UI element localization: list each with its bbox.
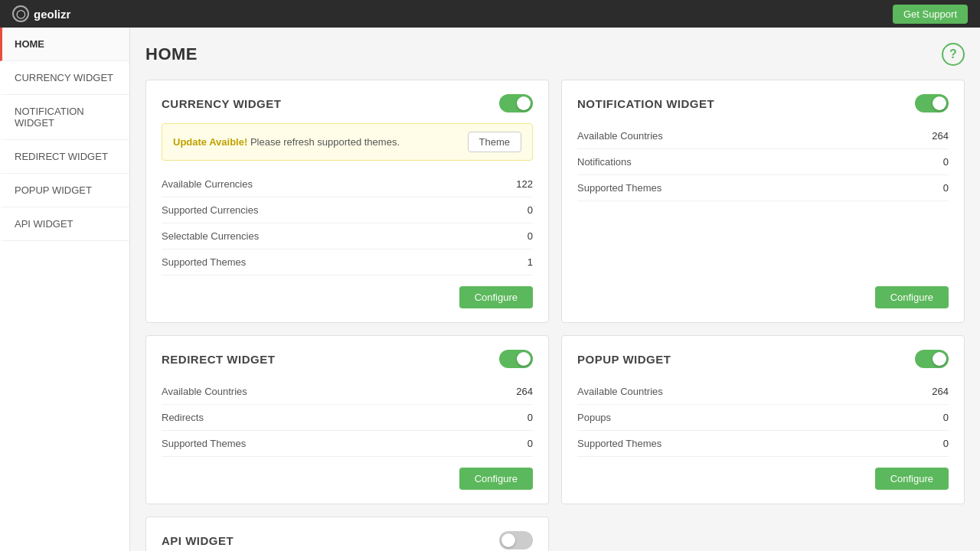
sidebar-item-redirect-widget[interactable]: REDIRECT WIDGET: [0, 140, 129, 174]
sidebar-item-popup-widget[interactable]: POPUP WIDGET: [0, 174, 129, 207]
stat-value: 0: [943, 438, 949, 449]
stat-value: 0: [943, 182, 949, 194]
stat-label: Available Countries: [162, 386, 247, 397]
page-title-row: HOME ?: [145, 43, 965, 66]
currency-widget-card: CURRENCY WIDGET Update Avaible! Please r…: [145, 80, 549, 323]
stat-value: 0: [528, 204, 533, 216]
redirect-widget-toggle[interactable]: [499, 350, 533, 368]
stat-value: 122: [516, 178, 533, 190]
stat-supported-themes-redirect: Supported Themes 0: [162, 431, 533, 457]
stat-value: 264: [516, 386, 533, 397]
stat-value: 0: [943, 156, 949, 168]
notification-widget-card: NOTIFICATION WIDGET Available Countries …: [561, 80, 965, 323]
popup-configure-button[interactable]: Configure: [875, 468, 949, 490]
notification-widget-header: NOTIFICATION WIDGET: [577, 94, 949, 112]
api-toggle-knob: [501, 533, 515, 547]
api-widget-toggle[interactable]: [499, 531, 533, 549]
stat-value: 1: [528, 256, 533, 268]
main-layout: HOME CURRENCY WIDGET NOTIFICATION WIDGET…: [0, 28, 980, 551]
logo-text: geolizr: [34, 8, 70, 21]
sidebar-item-api-widget[interactable]: API WIDGET: [0, 207, 129, 241]
currency-alert-bold: Update Avaible!: [173, 136, 247, 148]
sidebar-item-notification-widget[interactable]: NOTIFICATION WIDGET: [0, 95, 129, 140]
stat-label: Selectable Currencies: [162, 230, 259, 242]
redirect-card-footer: Configure: [162, 457, 533, 490]
stat-popups: Popups 0: [577, 405, 949, 431]
api-widget-header: API WIDGET: [162, 531, 533, 549]
popup-widget-toggle[interactable]: [915, 350, 949, 368]
notification-toggle-knob: [933, 96, 946, 110]
stat-supported-currencies: Supported Currencies 0: [162, 197, 533, 223]
stat-label: Supported Themes: [577, 438, 662, 449]
stat-label: Popups: [577, 412, 611, 423]
sidebar-item-currency-widget[interactable]: CURRENCY WIDGET: [0, 61, 129, 95]
redirect-toggle-knob: [517, 352, 531, 366]
stat-label: Available Countries: [577, 130, 663, 142]
notification-card-footer: Configure: [577, 276, 949, 308]
stat-value: 264: [932, 130, 949, 142]
currency-widget-title: CURRENCY WIDGET: [162, 97, 281, 110]
stat-value: 0: [528, 412, 533, 423]
logo-icon: ◯: [12, 5, 29, 22]
notification-widget-toggle[interactable]: [915, 94, 949, 112]
popup-toggle-knob: [933, 352, 946, 366]
stat-available-countries-popup: Available Countries 264: [577, 379, 949, 405]
redirect-widget-card: REDIRECT WIDGET Available Countries 264 …: [145, 335, 549, 504]
theme-button[interactable]: Theme: [468, 132, 521, 152]
stat-supported-themes-popup: Supported Themes 0: [577, 431, 949, 457]
stat-available-countries-redirect: Available Countries 264: [162, 379, 533, 405]
stat-redirects: Redirects 0: [162, 405, 533, 431]
currency-card-footer: Configure: [162, 276, 533, 308]
stat-value: 0: [528, 438, 533, 449]
page-title: HOME: [145, 44, 198, 64]
widgets-grid: CURRENCY WIDGET Update Avaible! Please r…: [145, 80, 965, 551]
stat-label: Available Currencies: [162, 178, 253, 190]
help-icon[interactable]: ?: [942, 43, 965, 66]
stat-available-currencies: Available Currencies 122: [162, 171, 533, 197]
redirect-configure-button[interactable]: Configure: [459, 468, 533, 490]
get-support-button[interactable]: Get Support: [893, 5, 968, 24]
currency-alert-box: Update Avaible! Please refresh supported…: [162, 123, 533, 161]
stat-label: Supported Themes: [577, 182, 662, 194]
topbar: ◯ geolizr Get Support: [0, 0, 980, 28]
currency-widget-toggle[interactable]: [499, 94, 533, 112]
api-widget-card: API WIDGET: [145, 517, 549, 551]
stat-label: Supported Themes: [162, 438, 246, 449]
popup-widget-header: POPUP WIDGET: [577, 350, 949, 368]
stat-value: 0: [528, 230, 533, 242]
stat-label: Notifications: [577, 156, 632, 168]
stat-value: 0: [943, 412, 949, 423]
popup-widget-title: POPUP WIDGET: [577, 353, 671, 366]
sidebar-item-home[interactable]: HOME: [0, 28, 129, 61]
currency-widget-header: CURRENCY WIDGET: [162, 94, 533, 112]
api-widget-title: API WIDGET: [162, 534, 234, 547]
stat-supported-themes-notif: Supported Themes 0: [577, 175, 949, 201]
stat-label: Supported Themes: [162, 256, 246, 268]
stat-selectable-currencies: Selectable Currencies 0: [162, 223, 533, 249]
redirect-widget-title: REDIRECT WIDGET: [162, 353, 275, 366]
currency-alert-detail: Please refresh supported themes.: [247, 136, 400, 148]
popup-card-footer: Configure: [577, 457, 949, 490]
sidebar: HOME CURRENCY WIDGET NOTIFICATION WIDGET…: [0, 28, 130, 551]
logo: ◯ geolizr: [12, 5, 70, 22]
currency-toggle-knob: [517, 96, 531, 110]
stat-label: Available Countries: [577, 386, 663, 397]
popup-widget-card: POPUP WIDGET Available Countries 264 Pop…: [561, 335, 965, 504]
main-content: HOME ? CURRENCY WIDGET Update Avaible! P…: [130, 28, 980, 551]
stat-supported-themes-currency: Supported Themes 1: [162, 249, 533, 276]
currency-configure-button[interactable]: Configure: [459, 286, 533, 308]
redirect-widget-header: REDIRECT WIDGET: [162, 350, 533, 368]
stat-available-countries-notif: Available Countries 264: [577, 123, 949, 149]
stat-value: 264: [932, 386, 949, 397]
notification-configure-button[interactable]: Configure: [875, 286, 949, 308]
currency-alert-text: Update Avaible! Please refresh supported…: [173, 136, 400, 148]
stat-label: Redirects: [162, 412, 204, 423]
stat-notifications: Notifications 0: [577, 149, 949, 175]
notification-widget-title: NOTIFICATION WIDGET: [577, 97, 714, 110]
stat-label: Supported Currencies: [162, 204, 258, 216]
